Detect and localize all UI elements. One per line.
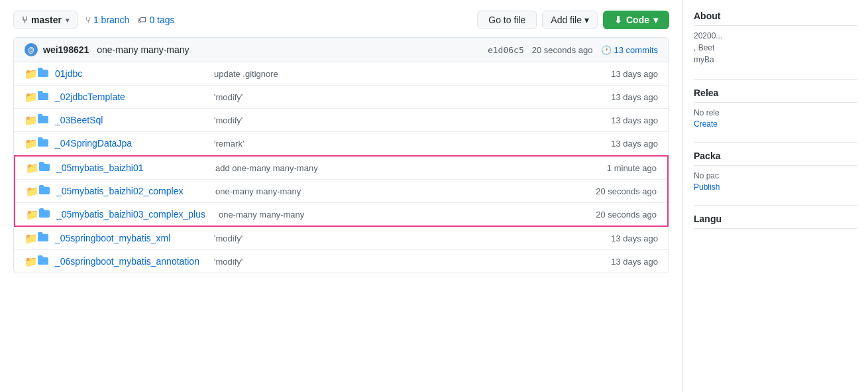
languages-section: Langu [694, 214, 857, 229]
file-table: @ wei198621 one-many many-many e1d06c5 2… [13, 37, 669, 273]
add-file-label: Add file [551, 15, 582, 25]
file-commit-message: update .gitignore [201, 69, 578, 79]
file-name-link[interactable]: _03BeetSql [55, 115, 201, 125]
branch-name: master [31, 15, 62, 25]
table-row[interactable]: _03BeetSql'modify'13 days ago [14, 109, 669, 132]
file-time: 13 days ago [578, 233, 658, 243]
commit-message: one-many many-many [97, 44, 189, 55]
folder-icon [25, 113, 48, 127]
go-to-file-button[interactable]: Go to file [477, 11, 537, 29]
file-commit-message: add one-many many-many [202, 163, 577, 173]
languages-title: Langu [694, 214, 857, 229]
table-row[interactable]: _05mybatis_baizhi02_complexone-many many… [15, 180, 667, 203]
file-time: 20 seconds ago [577, 186, 657, 196]
file-commit-message: 'modify' [201, 92, 578, 102]
code-chevron-icon: ▾ [653, 15, 658, 25]
file-commit-message: 'remark' [201, 139, 578, 149]
commit-author[interactable]: wei198621 [43, 44, 89, 55]
folder-icon [26, 208, 50, 221]
releases-section: Relea No rele Create [694, 88, 857, 129]
folder-icon [25, 137, 48, 150]
folder-icon [25, 90, 48, 103]
folder-icon [25, 255, 48, 268]
branch-selector[interactable]: ⑂ master ▾ [13, 11, 78, 29]
file-commit-message: one-many many-many [205, 210, 577, 220]
packages-text: No pac [694, 170, 857, 182]
releases-title: Relea [694, 88, 857, 103]
create-release-link[interactable]: Create [694, 119, 718, 129]
table-row[interactable]: _06springboot_mybatis_annotation'modify'… [14, 250, 669, 273]
file-name-link[interactable]: 01jdbc [55, 68, 201, 79]
download-icon: ⬇ [614, 15, 622, 25]
packages-section: Packa No pac Publish [694, 151, 857, 192]
tags-count-label: 0 tags [149, 15, 174, 25]
folder-icon [26, 161, 50, 174]
git-branch-small-icon: ⑂ [85, 15, 91, 25]
tag-icon: 🏷 [137, 15, 146, 25]
file-name-link[interactable]: _05mybatis_baizhi01 [56, 163, 202, 173]
commit-sha[interactable]: e1d06c5 [488, 45, 524, 55]
file-name-link[interactable]: _06springboot_mybatis_annotation [55, 256, 201, 267]
commits-count-link[interactable]: 🕐 13 commits [601, 45, 658, 55]
table-row[interactable]: _05springboot_mybatis_xml'modify'13 days… [14, 227, 669, 250]
tags-count-link[interactable]: 🏷 0 tags [137, 15, 174, 25]
add-file-button[interactable]: Add file ▾ [542, 11, 598, 29]
toolbar: ⑂ master ▾ ⑂ 1 branch 🏷 0 tags Go to fil… [13, 11, 669, 29]
file-time: 13 days ago [578, 257, 658, 267]
commit-header: @ wei198621 one-many many-many e1d06c5 2… [14, 38, 669, 62]
file-name-link[interactable]: _02jdbcTemplate [55, 92, 201, 102]
highlighted-group: _05mybatis_baizhi01add one-many many-man… [14, 155, 669, 227]
publish-link[interactable]: Publish [694, 182, 720, 192]
file-time: 13 days ago [578, 139, 658, 149]
commit-meta: e1d06c5 20 seconds ago 🕐 13 commits [488, 45, 658, 55]
clock-icon: 🕐 [601, 45, 612, 55]
branch-count-label: 1 branch [93, 15, 129, 25]
avatar: @ [25, 43, 38, 56]
folder-icon [25, 231, 48, 245]
commit-time: 20 seconds ago [532, 45, 593, 55]
file-time: 1 minute ago [577, 163, 657, 173]
folder-icon [25, 67, 48, 80]
file-name-link[interactable]: _04SpringDataJpa [55, 138, 201, 149]
table-row[interactable]: _05mybatis_baizhi03_complex_plusone-many… [15, 203, 667, 226]
folder-icon [26, 184, 50, 198]
file-name-link[interactable]: _05mybatis_baizhi03_complex_plus [56, 209, 205, 220]
file-name-link[interactable]: _05springboot_mybatis_xml [55, 233, 201, 243]
toolbar-right: Go to file Add file ▾ ⬇ Code ▾ [477, 11, 669, 29]
table-row[interactable]: _02jdbcTemplate'modify'13 days ago [14, 86, 669, 109]
file-commit-message: 'modify' [201, 115, 578, 125]
file-time: 13 days ago [578, 69, 658, 79]
file-time: 20 seconds ago [577, 210, 657, 220]
table-row[interactable]: 01jdbcupdate .gitignore13 days ago [14, 62, 669, 86]
file-commit-message: 'modify' [201, 257, 578, 267]
add-file-chevron-icon: ▾ [584, 15, 589, 25]
about-text: 20200..., BeetmyBa [694, 30, 857, 66]
about-title: About [694, 11, 857, 26]
file-commit-message: 'modify' [201, 233, 578, 243]
file-time: 13 days ago [578, 92, 658, 102]
chevron-down-icon: ▾ [66, 17, 69, 24]
git-branch-icon: ⑂ [22, 15, 27, 25]
releases-text: No rele [694, 107, 857, 119]
about-section: About 20200..., BeetmyBa [694, 11, 857, 66]
code-label: Code [626, 15, 649, 25]
file-commit-message: one-many many-many [202, 186, 577, 196]
table-row[interactable]: _04SpringDataJpa'remark'13 days ago [14, 132, 669, 155]
file-time: 13 days ago [578, 115, 658, 125]
packages-title: Packa [694, 151, 857, 166]
branch-count-link[interactable]: ⑂ 1 branch [85, 15, 129, 25]
commits-count-label: 13 commits [614, 45, 658, 55]
table-row[interactable]: _05mybatis_baizhi01add one-many many-man… [15, 157, 667, 180]
sidebar: About 20200..., BeetmyBa Relea No rele C… [682, 0, 868, 392]
file-list: 01jdbcupdate .gitignore13 days ago _02jd… [14, 62, 669, 273]
code-button[interactable]: ⬇ Code ▾ [603, 11, 669, 29]
file-name-link[interactable]: _05mybatis_baizhi02_complex [56, 186, 202, 196]
